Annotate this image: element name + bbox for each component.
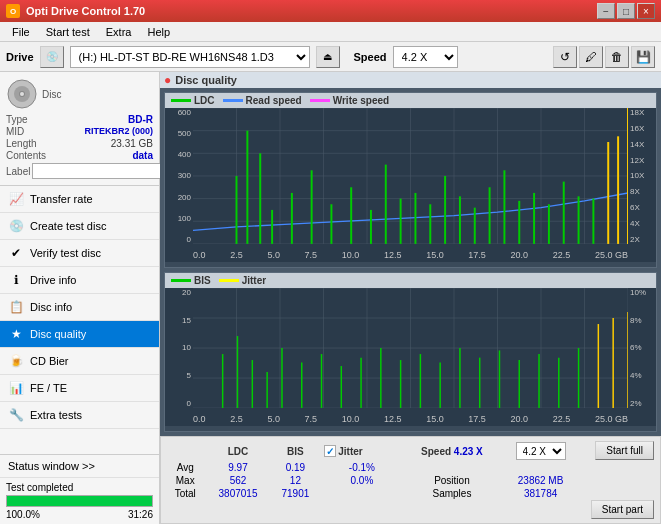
toolbar-btn-2[interactable]: 🖊	[579, 46, 603, 68]
time-display: 31:26	[128, 509, 153, 520]
legend-read-speed-label: Read speed	[246, 95, 302, 106]
mid-value: RITEKBR2 (000)	[84, 126, 153, 137]
app-title: Opti Drive Control 1.70	[26, 5, 145, 17]
legend-ldc: LDC	[171, 95, 215, 106]
sidebar-item-disc-info[interactable]: 📋 Disc info	[0, 294, 159, 321]
jitter-checkbox[interactable]: ✓	[324, 445, 336, 457]
status-window-label: Status window >>	[8, 460, 95, 472]
chart-2-legend: BIS Jitter	[171, 275, 266, 286]
mid-label: MID	[6, 126, 24, 137]
contents-label: Contents	[6, 150, 46, 161]
eject-button[interactable]: ⏏	[316, 46, 340, 68]
legend-bis: BIS	[171, 275, 211, 286]
stats-table-area: LDC BIS ✓ Jitter Speed 4.23 X	[161, 437, 585, 523]
sidebar: Disc Type BD-R MID RITEKBR2 (000) Length…	[0, 72, 160, 524]
create-test-disc-icon: 💿	[8, 218, 24, 234]
menu-extra[interactable]: Extra	[98, 24, 140, 40]
menu-help[interactable]: Help	[139, 24, 178, 40]
maximize-button[interactable]: □	[617, 3, 635, 19]
chart-panel-1: LDC Read speed Write speed	[164, 92, 657, 268]
drive-select[interactable]: (H:) HL-DT-ST BD-RE WH16NS48 1.D3	[70, 46, 310, 68]
legend-jitter-color	[219, 279, 239, 282]
samples-label: Samples	[404, 487, 501, 500]
col-bis: BIS	[271, 441, 321, 461]
sidebar-item-fe-te[interactable]: 📊 FE / TE	[0, 375, 159, 402]
toolbar-btn-3[interactable]: 🗑	[605, 46, 629, 68]
chart-1-x-axis: 0.02.55.07.510.012.515.017.520.022.525.0…	[193, 250, 628, 260]
max-bis: 12	[271, 474, 321, 487]
title-bar: O Opti Drive Control 1.70 − □ ×	[0, 0, 661, 22]
menu-start-test[interactable]: Start test	[38, 24, 98, 40]
disc-quality-title-text: Disc quality	[175, 74, 237, 86]
disc-graphic	[6, 78, 38, 110]
start-part-button[interactable]: Start part	[591, 500, 654, 519]
legend-bis-color	[171, 279, 191, 282]
legend-ldc-label: LDC	[194, 95, 215, 106]
stats-table: LDC BIS ✓ Jitter Speed 4.23 X	[165, 441, 581, 500]
sidebar-label-disc-quality: Disc quality	[30, 328, 86, 340]
legend-write-speed: Write speed	[310, 95, 390, 106]
status-bar-bottom: Test completed 100.0% 31:26	[0, 478, 159, 524]
col-empty	[165, 441, 205, 461]
nav-items: 📈 Transfer rate 💿 Create test disc ✔ Ver…	[0, 186, 159, 454]
progress-bar	[6, 495, 153, 507]
disc-panel: Disc Type BD-R MID RITEKBR2 (000) Length…	[0, 72, 159, 186]
speed-col-value: 4.23 X	[454, 446, 483, 457]
total-bis: 71901	[271, 487, 321, 500]
table-row-avg: Avg 9.97 0.19 -0.1%	[165, 461, 581, 474]
speed-dropdown[interactable]: 4.2 X	[516, 442, 566, 460]
legend-write-speed-color	[310, 99, 330, 102]
toolbar-btn-save[interactable]: 💾	[631, 46, 655, 68]
type-label: Type	[6, 114, 28, 125]
row-max-label: Max	[165, 474, 205, 487]
chart-panel-2: BIS Jitter 20151050 10%8	[164, 272, 657, 432]
cd-bier-icon: 🍺	[8, 353, 24, 369]
disc-info-icon: 📋	[8, 299, 24, 315]
speed-label: Speed	[354, 51, 387, 63]
sidebar-item-transfer-rate[interactable]: 📈 Transfer rate	[0, 186, 159, 213]
max-jitter: 0.0%	[320, 474, 403, 487]
chart-2-body: 20151050 10%8%6%4%2%	[165, 288, 656, 426]
avg-speed-label	[404, 461, 501, 474]
disc-info-table: Type BD-R MID RITEKBR2 (000) Length 23.3…	[6, 114, 153, 179]
avg-bis: 0.19	[271, 461, 321, 474]
chart-1-y-axis-left: 6005004003002001000	[167, 108, 191, 244]
chart-1-body: 6005004003002001000 18X16X14X12X10X8X6X4…	[165, 108, 656, 262]
close-button[interactable]: ×	[637, 3, 655, 19]
chart-1-header: LDC Read speed Write speed	[165, 93, 656, 108]
total-jitter	[320, 487, 403, 500]
avg-jitter: -0.1%	[320, 461, 403, 474]
disc-quality-icon: ★	[8, 326, 24, 342]
svg-point-3	[20, 92, 24, 96]
sidebar-item-disc-quality[interactable]: ★ Disc quality	[0, 321, 159, 348]
sidebar-item-drive-info[interactable]: ℹ Drive info	[0, 267, 159, 294]
toolbar-btn-1[interactable]: ↺	[553, 46, 577, 68]
minimize-button[interactable]: −	[597, 3, 615, 19]
start-full-button[interactable]: Start full	[595, 441, 654, 460]
label-input[interactable]	[32, 163, 165, 179]
sidebar-item-extra-tests[interactable]: 🔧 Extra tests	[0, 402, 159, 429]
right-controls: Start full Start part	[585, 437, 660, 523]
col-ldc: LDC	[205, 441, 270, 461]
chart-1-y-axis-right: 18X16X14X12X10X8X6X4X2X	[630, 108, 654, 244]
sidebar-item-cd-bier[interactable]: 🍺 CD Bier	[0, 348, 159, 375]
menu-file[interactable]: File	[4, 24, 38, 40]
legend-ldc-color	[171, 99, 191, 102]
extra-tests-icon: 🔧	[8, 407, 24, 423]
sidebar-item-verify-test-disc[interactable]: ✔ Verify test disc	[0, 240, 159, 267]
sidebar-label-drive-info: Drive info	[30, 274, 76, 286]
row-total-label: Total	[165, 487, 205, 500]
speed-select[interactable]: 4.2 X	[393, 46, 458, 68]
status-window-button[interactable]: Status window >>	[0, 455, 159, 478]
legend-read-speed: Read speed	[223, 95, 302, 106]
app-icon: O	[6, 4, 20, 18]
sidebar-item-create-test-disc[interactable]: 💿 Create test disc	[0, 213, 159, 240]
chart-1-svg	[193, 108, 628, 244]
sidebar-label-disc-info: Disc info	[30, 301, 72, 313]
sidebar-label-extra-tests: Extra tests	[30, 409, 82, 421]
position-label: Position	[404, 474, 501, 487]
legend-jitter: Jitter	[219, 275, 266, 286]
col-speed-select: 4.2 X	[500, 441, 581, 461]
position-value: 23862 MB	[500, 474, 581, 487]
status-text: Test completed	[6, 482, 153, 493]
